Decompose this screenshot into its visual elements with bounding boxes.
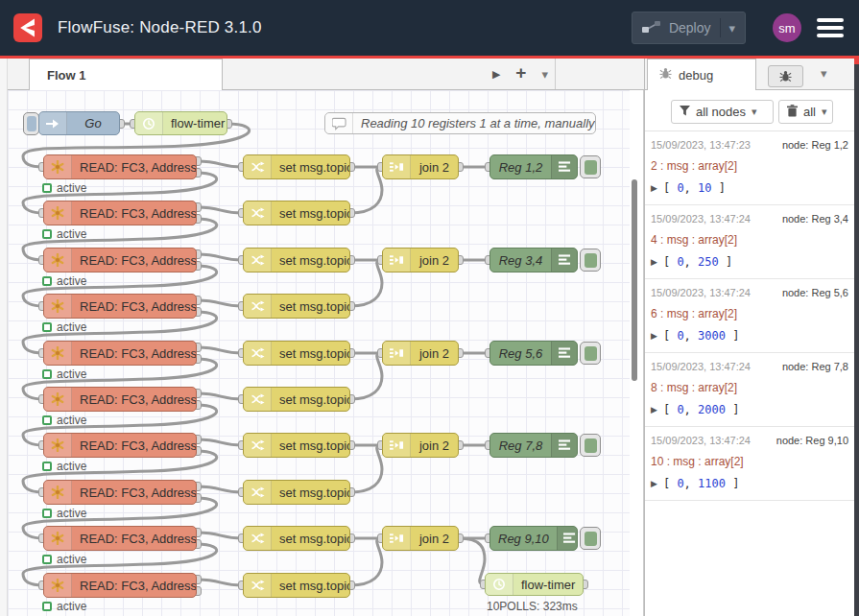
join-node[interactable]: join 2 [382, 341, 459, 366]
tabbar-divider [555, 59, 556, 89]
debug-enable-toggle[interactable] [580, 434, 601, 457]
flow-timer-node[interactable]: flow-timer [134, 111, 227, 135]
change-node[interactable]: set msg.topic [243, 573, 350, 598]
message-node-name[interactable]: node: Reg 7,8 [782, 361, 848, 372]
deploy-options-chevron-icon[interactable]: ▾ [728, 21, 735, 36]
deploy-button[interactable]: Deploy ▾ [632, 12, 746, 44]
join-node[interactable]: join 2 [382, 154, 459, 179]
wire[interactable] [197, 580, 243, 585]
change-node[interactable]: set msg.topic [243, 480, 350, 505]
message-node-name[interactable]: node: Reg 1,2 [782, 139, 848, 151]
wire[interactable] [197, 486, 243, 492]
modbus-read-node[interactable]: READ: FC3, Address 5 [43, 341, 197, 366]
filter-label: all nodes [696, 105, 746, 119]
message-node-name[interactable]: node: Reg 5,6 [782, 287, 848, 298]
wire[interactable] [459, 538, 485, 584]
modbus-read-node[interactable]: READ: FC3, Address 10 [43, 573, 197, 598]
flow-canvas[interactable]: Goflow-timerReading 10 registers 1 at a … [8, 90, 630, 616]
status-dot-icon [42, 462, 52, 471]
comment-node[interactable]: Reading 10 registers 1 at a time, manual… [324, 112, 596, 134]
modbus-read-node[interactable]: READ: FC3, Address 7 [43, 433, 197, 458]
change-node[interactable]: set msg.topic [243, 294, 350, 319]
change-node[interactable]: set msg.topic [243, 433, 350, 458]
debug-node[interactable]: Reg 9,10 [489, 526, 578, 551]
expand-triangle-icon[interactable]: ▶ [651, 183, 657, 193]
expand-triangle-icon[interactable]: ▶ [651, 257, 657, 267]
wire[interactable] [197, 533, 243, 538]
modbus-read-node[interactable]: READ: FC3, Address 6 [43, 387, 197, 412]
canvas-scrollbar-thumb[interactable] [632, 179, 637, 381]
message-payload: ▶[ 0, 250 ] [651, 255, 848, 269]
expand-triangle-icon[interactable]: ▶ [651, 331, 657, 341]
debug-output-icon [551, 342, 577, 365]
wire[interactable] [197, 300, 243, 306]
change-node-label: set msg.topic [272, 574, 350, 597]
change-node[interactable]: set msg.topic [243, 387, 350, 412]
message-timestamp: 15/09/2023, 13:47:24 [651, 287, 751, 298]
wire[interactable] [350, 445, 382, 492]
wire[interactable] [197, 207, 243, 213]
debug-filter-dropdown[interactable]: all nodes ▾ [671, 100, 774, 124]
tab-debug[interactable]: debug [647, 59, 756, 90]
add-flow-button[interactable]: + [515, 62, 526, 83]
wire[interactable] [197, 393, 243, 399]
node-status: active [42, 227, 86, 241]
change-node[interactable]: set msg.topic [243, 526, 350, 551]
join-node[interactable]: join 2 [382, 526, 459, 551]
node-status: 10POLLS: 323ms [487, 600, 578, 613]
main-menu-button[interactable] [817, 18, 844, 37]
debug-node[interactable]: Reg 7,8 [489, 433, 578, 458]
change-shuffle-icon [244, 201, 272, 225]
debug-filter-toggle-button[interactable] [768, 65, 803, 87]
expand-triangle-icon[interactable]: ▶ [651, 405, 657, 415]
debug-enable-toggle[interactable] [580, 155, 601, 178]
wire[interactable] [350, 353, 382, 399]
message-node-name[interactable]: node: Reg 3,4 [782, 213, 848, 225]
wire[interactable] [197, 347, 243, 353]
join-node[interactable]: join 2 [382, 248, 459, 272]
change-node[interactable]: set msg.topic [243, 154, 350, 179]
change-node[interactable]: set msg.topic [243, 341, 350, 366]
wire[interactable] [350, 260, 382, 306]
debug-enable-toggle[interactable] [580, 249, 601, 272]
inject-node[interactable]: Go [38, 111, 120, 135]
wire[interactable] [350, 538, 382, 585]
join-node[interactable]: join 2 [382, 433, 459, 458]
modbus-read-node-label: READ: FC3, Address 6 [72, 388, 197, 411]
change-shuffle-icon [244, 388, 272, 411]
wire[interactable] [197, 439, 243, 445]
tab-flow-1[interactable]: Flow 1 [29, 59, 223, 90]
change-node[interactable]: set msg.topic [243, 248, 350, 272]
modbus-read-node[interactable]: READ: FC3, Address 3 [43, 248, 197, 272]
modbus-read-node[interactable]: READ: FC3, Address 2 [43, 201, 197, 225]
flow-timer-node[interactable]: flow-timer [485, 573, 584, 596]
modbus-read-node[interactable]: READ: FC3, Address 9 [43, 526, 197, 551]
message-node-name[interactable]: node: Reg 9,10 [776, 435, 848, 446]
modbus-read-node[interactable]: READ: FC3, Address 4 [43, 294, 197, 319]
message-meta: 8 : msg : array[2] [651, 381, 848, 394]
tab-list-chevron-icon[interactable]: ▾ [541, 67, 548, 82]
node-status: active [42, 367, 86, 381]
debug-sidebar: debug ▾ all nodes ▾ all ▾ 15/09/2023, 13… [644, 59, 854, 616]
sidebar-options-chevron-icon[interactable]: ▾ [821, 66, 827, 81]
inject-arrow-icon [39, 112, 67, 134]
inject-button[interactable] [23, 112, 39, 135]
wire[interactable] [350, 167, 382, 213]
user-avatar[interactable]: sm [773, 13, 801, 42]
wire[interactable] [197, 254, 243, 260]
debug-node[interactable]: Reg 5,6 [489, 341, 578, 366]
debug-enable-toggle[interactable] [580, 527, 601, 550]
scroll-tabs-icon[interactable]: ▶ [492, 68, 500, 81]
change-node[interactable]: set msg.topic [243, 201, 350, 225]
debug-clear-dropdown[interactable]: all ▾ [778, 100, 833, 124]
deploy-node-icon [642, 20, 661, 36]
wire[interactable] [197, 161, 243, 167]
debug-node[interactable]: Reg 3,4 [489, 248, 578, 272]
expand-triangle-icon[interactable]: ▶ [651, 479, 657, 488]
modbus-read-node[interactable]: READ: FC3, Address 8 [43, 480, 197, 505]
debug-node[interactable]: Reg 1,2 [489, 154, 578, 179]
change-shuffle-icon [244, 342, 272, 365]
debug-enable-toggle[interactable] [580, 342, 601, 365]
message-meta: 6 : msg : array[2] [651, 307, 848, 320]
modbus-read-node[interactable]: READ: FC3, Address 1 [43, 154, 197, 179]
